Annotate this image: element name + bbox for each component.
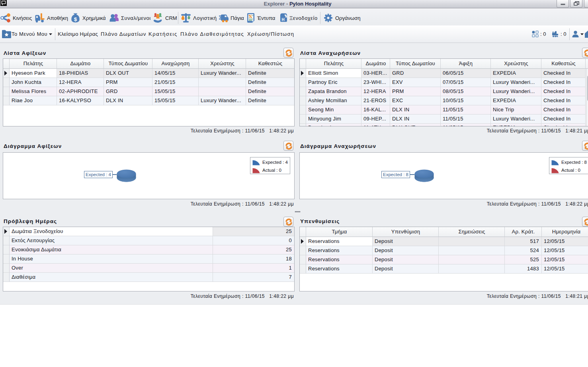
svg-text:H: H xyxy=(281,17,284,22)
svg-text:$: $ xyxy=(74,16,77,22)
